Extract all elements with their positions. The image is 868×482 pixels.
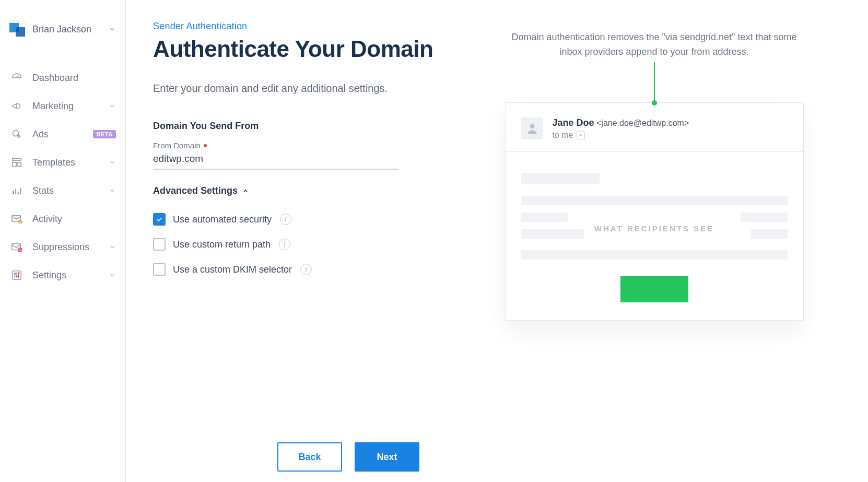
from-domain-input[interactable] (153, 151, 398, 170)
svg-rect-3 (13, 162, 16, 166)
preview-from-name: Jane Doe (553, 117, 594, 128)
mail-blocked-icon (9, 241, 24, 253)
email-preview-card: Jane Doe <jane.doe@editwp.com> to me (505, 102, 804, 321)
custom-return-path-label: Use custom return path (173, 239, 271, 250)
brand-logo (9, 21, 26, 38)
svg-line-11 (21, 222, 22, 224)
sidebar-item-marketing[interactable]: Marketing (0, 92, 125, 120)
info-icon[interactable]: i (300, 264, 312, 275)
svg-rect-4 (17, 162, 21, 166)
avatar-icon (521, 117, 543, 139)
sidebar-item-label: Suppressions (32, 242, 100, 253)
chevron-down-icon (109, 26, 116, 33)
placeholder-line (521, 196, 788, 205)
custom-dkim-label: Use a custom DKIM selector (173, 264, 292, 275)
recipients-see-label: WHAT RECIPIENTS SEE (506, 224, 803, 233)
section-domain-label: Domain You Send From (153, 121, 445, 132)
svg-point-21 (18, 273, 19, 274)
svg-marker-23 (579, 134, 582, 136)
sidebar-item-ads[interactable]: Ads BETA (0, 120, 125, 148)
svg-point-22 (530, 124, 534, 128)
from-domain-label: From Domain (153, 141, 445, 150)
placeholder-line (741, 213, 788, 222)
chevron-down-icon (109, 159, 116, 166)
sidebar-item-label: Dashboard (32, 73, 116, 84)
gauge-icon (9, 72, 24, 84)
placeholder-line (521, 250, 788, 260)
sidebar-item-activity[interactable]: Activity (0, 205, 125, 233)
preview-to-line: to me (553, 131, 689, 140)
sidebar-item-templates[interactable]: Templates (0, 148, 125, 177)
svg-rect-2 (13, 159, 21, 161)
page-title: Authenticate Your Domain (153, 36, 445, 62)
sidebar-item-label: Stats (32, 185, 100, 196)
breadcrumb[interactable]: Sender Authentication (153, 21, 445, 32)
layout-icon (9, 157, 24, 168)
page-intro: Enter your domain and edit any additiona… (153, 80, 425, 97)
required-indicator (204, 144, 207, 147)
custom-dkim-checkbox[interactable] (153, 263, 166, 276)
placeholder-line (521, 173, 600, 184)
recipient-dropdown-icon (577, 131, 585, 139)
sidebar-nav: Dashboard Marketing Ads BETA (0, 53, 125, 289)
sidebar-item-label: Templates (32, 157, 100, 168)
sidebar-item-label: Settings (32, 270, 100, 281)
chevron-down-icon (109, 187, 116, 194)
check-icon (156, 216, 163, 223)
preview-explanation: Domain authentication removes the "via s… (508, 30, 801, 60)
sidebar-item-label: Ads (32, 129, 81, 140)
custom-return-path-checkbox[interactable] (153, 238, 166, 251)
automated-security-checkbox[interactable] (153, 213, 166, 226)
megaphone-icon (9, 100, 24, 112)
beta-badge: BETA (93, 130, 116, 138)
sidebar-item-label: Marketing (32, 101, 100, 112)
svg-point-19 (16, 275, 18, 277)
sidebar: Brian Jackson Dashboard Marketing (0, 0, 126, 482)
next-button[interactable]: Next (355, 442, 419, 472)
user-name: Brian Jackson (32, 24, 102, 35)
chevron-down-icon (109, 243, 116, 251)
sidebar-item-suppressions[interactable]: Suppressions (0, 233, 125, 261)
advanced-settings-toggle[interactable]: Advanced Settings (153, 185, 445, 196)
sliders-icon (9, 269, 24, 281)
account-switcher[interactable]: Brian Jackson (0, 16, 125, 53)
cursor-click-icon (9, 128, 24, 140)
chevron-up-icon (242, 187, 249, 195)
svg-rect-12 (12, 244, 21, 250)
sidebar-item-label: Activity (32, 214, 116, 225)
sidebar-item-stats[interactable]: Stats (0, 177, 125, 205)
sidebar-item-dashboard[interactable]: Dashboard (0, 64, 125, 92)
preview-cta-placeholder (620, 276, 688, 302)
sidebar-item-settings[interactable]: Settings (0, 261, 125, 289)
chevron-down-icon (109, 102, 116, 110)
bar-chart-icon (9, 185, 24, 196)
back-button[interactable]: Back (277, 442, 342, 472)
svg-point-17 (14, 273, 16, 275)
automated-security-label: Use automated security (173, 214, 272, 225)
placeholder-line (521, 213, 568, 222)
chevron-down-icon (109, 272, 116, 279)
info-icon[interactable]: i (280, 214, 291, 225)
info-icon[interactable]: i (279, 239, 290, 250)
preview-from-email: <jane.doe@editwp.com> (596, 119, 689, 127)
pointer-line (654, 62, 655, 102)
mail-search-icon (9, 213, 24, 225)
main-content: Sender Authentication Authenticate Your … (126, 0, 868, 482)
